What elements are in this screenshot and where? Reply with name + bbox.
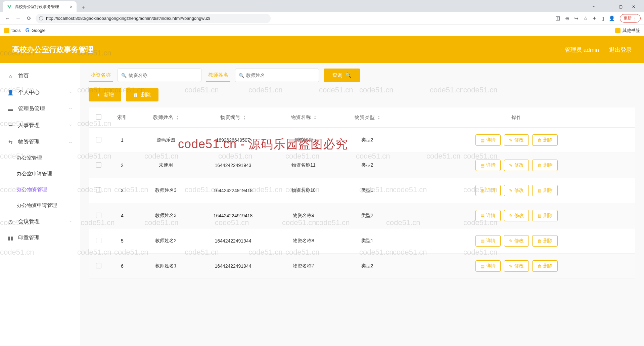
url-text: http://localhost:8080/gaoxiaobangongxing…	[46, 16, 210, 21]
detail-button[interactable]: ▤详情	[475, 185, 501, 196]
settings-icon: ⇆	[7, 139, 13, 145]
sidebar-item-office-material-apply[interactable]: 办公物资申请管理	[0, 198, 80, 213]
key-icon[interactable]: ⚿	[555, 15, 560, 21]
row-checkbox[interactable]	[96, 137, 101, 142]
back-button[interactable]: ←	[3, 14, 11, 23]
list-icon: ☰	[7, 123, 13, 129]
reload-button[interactable]: ⟳	[25, 14, 33, 23]
sort-icon[interactable]: ▲▼	[377, 115, 380, 120]
cell-code: 16442422491944	[196, 238, 270, 244]
close-window-icon[interactable]: ✕	[630, 3, 637, 10]
col-code[interactable]: 物资编号 ▲▼	[196, 114, 270, 121]
tab-close-icon[interactable]: ×	[70, 4, 73, 9]
url-field[interactable]: ⓘ http://localhost:8080/gaoxiaobangongxi…	[36, 14, 271, 23]
user-label[interactable]: 管理员 admin	[565, 46, 599, 54]
row-checkbox[interactable]	[96, 263, 101, 268]
browser-tab[interactable]: 高校办公室行政事务管理 ×	[3, 1, 77, 12]
cell-code: 164424224919418	[196, 188, 270, 193]
update-button[interactable]: 更新 ⋮	[620, 14, 641, 23]
cell-name: 物资名称11	[270, 162, 337, 168]
search-row: 物资名称 🔍 教师姓名 🔍 查询 🔍	[89, 69, 635, 82]
chevron-down-icon: ﹀	[69, 90, 73, 95]
share-icon[interactable]: ↪	[574, 15, 579, 21]
query-button[interactable]: 查询 🔍	[324, 69, 360, 82]
edit-button[interactable]: ✎修改	[504, 134, 529, 146]
add-button[interactable]: ＋ 新增	[89, 88, 121, 101]
sidebar-item-material[interactable]: ⇆ 物资管理 ︿	[0, 134, 80, 150]
cell-index: 4	[109, 213, 136, 218]
row-delete-button[interactable]: 🗑删除	[532, 160, 558, 171]
col-teacher[interactable]: 教师姓名 ▲▼	[136, 114, 196, 121]
star-icon[interactable]: ☆	[583, 15, 588, 21]
edit-icon: ✎	[509, 188, 513, 193]
sidebar-item-personal[interactable]: 👤 个人中心 ﹀	[0, 84, 80, 101]
cell-code: 16442422491943	[196, 163, 270, 168]
edit-button[interactable]: ✎修改	[504, 210, 529, 221]
row-checkbox[interactable]	[96, 187, 101, 193]
edit-icon: ✎	[509, 163, 513, 168]
maximize-icon[interactable]: ▢	[617, 3, 625, 10]
detail-button[interactable]: ▤详情	[475, 235, 501, 247]
sidebar-item-hr[interactable]: ☰ 人事管理 ﹀	[0, 117, 80, 134]
edit-button[interactable]: ✎修改	[504, 185, 529, 196]
profile-icon[interactable]: 👤	[609, 15, 615, 21]
material-name-field[interactable]	[129, 73, 198, 78]
sidebar-item-office-apply[interactable]: 办公室申请管理	[0, 166, 80, 182]
edit-button[interactable]: ✎修改	[504, 160, 529, 171]
sidebar-item-admin[interactable]: ▬ 管理员管理 ﹀	[0, 101, 80, 117]
cell-teacher: 教师姓名3	[136, 213, 196, 219]
panel-icon[interactable]: ▯	[601, 15, 604, 21]
teacher-name-input[interactable]: 🔍	[235, 69, 319, 82]
cell-code: 16442422491944	[196, 263, 270, 269]
logout-button[interactable]: 退出登录	[609, 46, 632, 54]
row-checkbox[interactable]	[96, 162, 101, 168]
detail-button[interactable]: ▤详情	[475, 134, 501, 146]
row-checkbox[interactable]	[96, 213, 101, 218]
sort-icon[interactable]: ▲▼	[314, 115, 316, 120]
col-index: 索引	[109, 114, 136, 121]
cell-type: 类型2	[337, 162, 398, 168]
google-icon: G	[25, 28, 29, 34]
row-delete-button[interactable]: 🗑删除	[532, 210, 558, 221]
dropdown-icon[interactable]: ﹀	[590, 3, 598, 11]
doc-icon: ▤	[480, 138, 485, 143]
bookmark-other[interactable]: 其他书签	[615, 28, 640, 34]
sidebar-item-meeting[interactable]: ◷ 会议管理 ﹀	[0, 213, 80, 230]
minimize-icon[interactable]: —	[603, 3, 611, 10]
row-checkbox[interactable]	[96, 238, 101, 243]
row-delete-button[interactable]: 🗑删除	[532, 185, 558, 196]
sidebar-item-office[interactable]: 办公室管理	[0, 150, 80, 166]
col-name[interactable]: 物资名称 ▲▼	[270, 114, 337, 121]
extensions-icon[interactable]: ✦	[592, 15, 597, 21]
site-info-icon[interactable]: ⓘ	[39, 15, 43, 21]
material-name-input[interactable]: 🔍	[118, 69, 201, 82]
col-type[interactable]: 物资类型 ▲▼	[337, 114, 398, 121]
detail-button[interactable]: ▤详情	[475, 210, 501, 221]
bookmark-google[interactable]: G Google	[25, 28, 45, 34]
bookmark-tools[interactable]: tools	[4, 28, 20, 33]
new-tab-button[interactable]: +	[79, 3, 88, 12]
sidebar-item-office-material[interactable]: 办公物资管理	[0, 182, 80, 198]
sort-icon[interactable]: ▲▼	[243, 115, 246, 120]
select-all-checkbox[interactable]	[96, 114, 101, 120]
user-icon: 👤	[7, 90, 13, 96]
cell-teacher: 未使用	[136, 162, 196, 168]
delete-button[interactable]: 🗑 删除	[126, 88, 158, 101]
teacher-name-field[interactable]	[246, 73, 315, 78]
cell-type: 类型1	[337, 187, 398, 193]
sort-icon[interactable]: ▲▼	[176, 115, 179, 120]
detail-button[interactable]: ▤详情	[475, 260, 501, 272]
sidebar-item-home[interactable]: ⌂ 首页	[0, 68, 80, 84]
forward-button[interactable]: →	[14, 14, 22, 23]
table-row: 5 教师姓名2 16442422491944 物资名称8 类型1 ▤详情 ✎修改…	[89, 228, 635, 254]
edit-button[interactable]: ✎修改	[504, 260, 529, 272]
sidebar-submenu-material: 办公室管理 办公室申请管理 办公物资管理 办公物资申请管理	[0, 150, 80, 213]
translate-icon[interactable]: ⊕	[565, 15, 569, 21]
cell-index: 3	[109, 188, 136, 193]
row-delete-button[interactable]: 🗑删除	[532, 235, 558, 247]
edit-button[interactable]: ✎修改	[504, 235, 529, 247]
detail-button[interactable]: ▤详情	[475, 160, 501, 171]
row-delete-button[interactable]: 🗑删除	[532, 260, 558, 272]
row-delete-button[interactable]: 🗑删除	[532, 134, 558, 146]
sidebar-item-seal[interactable]: ▮▮ 印章管理	[0, 230, 80, 246]
